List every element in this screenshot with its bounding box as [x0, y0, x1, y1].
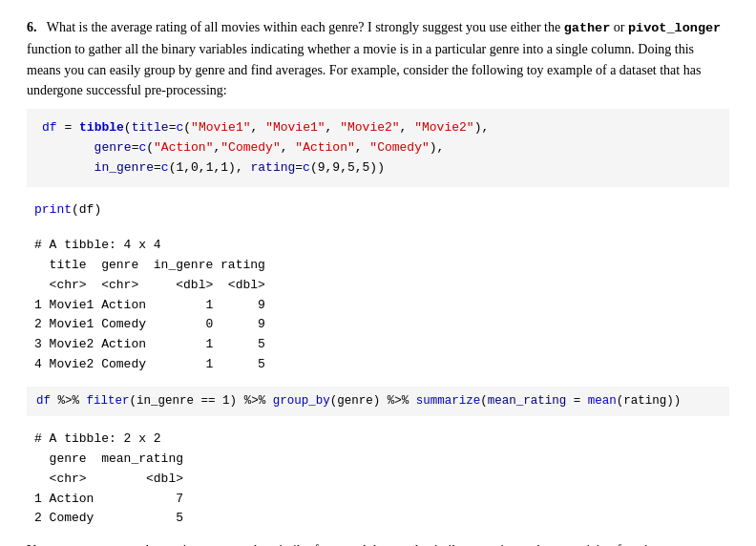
- question-text: 6. What is the average rating of all mov…: [27, 17, 729, 101]
- pivot-longer-function: pivot_longer: [628, 21, 721, 35]
- code-block-df: df = tibble(title=c("Movie1", "Movie1", …: [27, 109, 729, 187]
- filter-summarize-line: df %>% filter(in_genre == 1) %>% group_b…: [27, 387, 729, 416]
- print-df-call: print(df): [27, 197, 729, 224]
- output-tibble-1: # A tibble: 4 x 4 title genre in_genre r…: [27, 232, 729, 379]
- output-tibble-2: # A tibble: 2 x 2 genre mean_rating <chr…: [27, 426, 729, 533]
- gather-function: gather: [564, 21, 611, 35]
- paragraph-1: You want to get your dataset into a some…: [27, 540, 729, 546]
- question-block: 6. What is the average rating of all mov…: [27, 17, 729, 546]
- question-number: 6.: [27, 20, 37, 34]
